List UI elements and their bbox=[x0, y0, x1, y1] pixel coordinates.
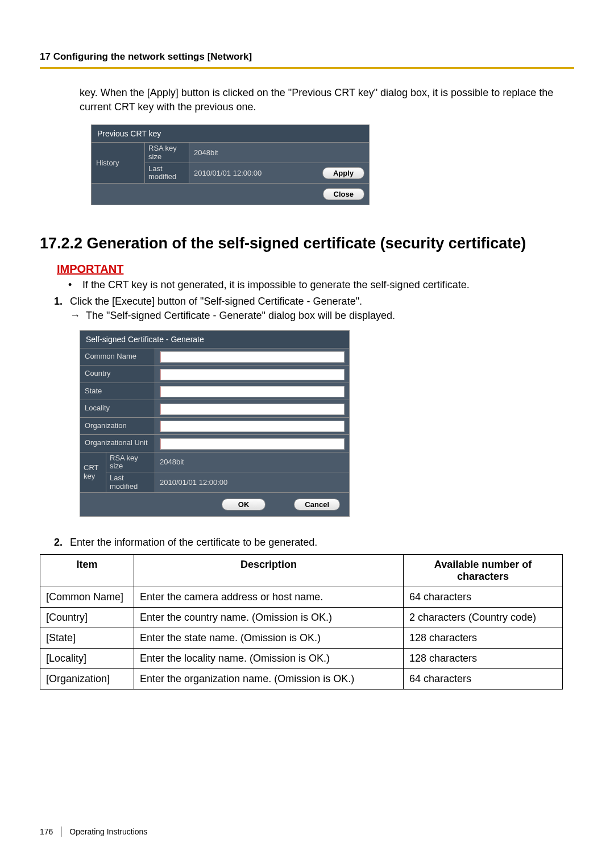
step2-text: Enter the information of the certificate… bbox=[70, 537, 317, 549]
rsa-key-size-label: RSA key size bbox=[145, 143, 189, 163]
table-cell: Enter the locality name. (Omission is OK… bbox=[134, 648, 404, 668]
org-unit-label: Organizational Unit bbox=[80, 435, 155, 452]
table-header-description: Description bbox=[134, 554, 404, 587]
table-cell: Enter the organization name. (Omission i… bbox=[134, 668, 404, 689]
organization-label: Organization bbox=[80, 418, 155, 435]
table-header-chars: Available number of characters bbox=[404, 554, 563, 587]
table-cell: [Organization] bbox=[40, 668, 134, 689]
previous-crt-dialog: Previous CRT key History RSA key size 20… bbox=[91, 124, 370, 205]
last-modified-label: Last modified bbox=[106, 472, 155, 492]
last-modified-label: Last modified bbox=[145, 163, 189, 183]
table-cell: 64 characters bbox=[404, 587, 563, 607]
cancel-button[interactable]: Cancel bbox=[294, 499, 340, 510]
step-number: 2. bbox=[54, 537, 70, 549]
table-cell: 64 characters bbox=[404, 668, 563, 689]
important-label: IMPORTANT bbox=[57, 263, 574, 276]
table-row: [Locality]Enter the locality name. (Omis… bbox=[40, 648, 563, 668]
step-number: 1. bbox=[54, 296, 70, 308]
table-cell: Enter the camera address or host name. bbox=[134, 587, 404, 607]
table-row: [State]Enter the state name. (Omission i… bbox=[40, 628, 563, 648]
table-cell: [Common Name] bbox=[40, 587, 134, 607]
dialog-title: Previous CRT key bbox=[92, 125, 369, 142]
cert-spec-table: Item Description Available number of cha… bbox=[40, 554, 563, 690]
ok-button[interactable]: OK bbox=[222, 499, 266, 510]
page-header: 17 Configuring the network settings [Net… bbox=[40, 51, 574, 67]
last-modified-value: 2010/01/01 12:00:00 bbox=[194, 169, 322, 177]
table-cell: Enter the country name. (Omission is OK.… bbox=[134, 607, 404, 628]
table-header-item: Item bbox=[40, 554, 134, 587]
state-input[interactable] bbox=[160, 386, 345, 397]
bullet-icon: • bbox=[68, 279, 82, 291]
locality-label: Locality bbox=[80, 400, 155, 417]
rsa-key-size-value: 2048bit bbox=[155, 452, 349, 472]
country-input[interactable] bbox=[160, 369, 345, 380]
self-signed-cert-dialog: Self-signed Certificate - Generate Commo… bbox=[80, 330, 350, 517]
table-cell: Enter the state name. (Omission is OK.) bbox=[134, 628, 404, 648]
table-row: [Organization]Enter the organization nam… bbox=[40, 668, 563, 689]
locality-input[interactable] bbox=[160, 404, 345, 415]
header-divider bbox=[40, 67, 574, 69]
step1-text: Click the [Execute] button of "Self-sign… bbox=[70, 296, 362, 308]
apply-button[interactable]: Apply bbox=[322, 167, 364, 179]
state-label: State bbox=[80, 383, 155, 400]
table-cell: 128 characters bbox=[404, 648, 563, 668]
table-cell: 2 characters (Country code) bbox=[404, 607, 563, 628]
intro-paragraph: key. When the [Apply] button is clicked … bbox=[80, 86, 574, 114]
important-bullet-text: If the CRT key is not generated, it is i… bbox=[82, 279, 470, 291]
table-row: [Country]Enter the country name. (Omissi… bbox=[40, 607, 563, 628]
history-label: History bbox=[92, 143, 145, 182]
table-cell: [Locality] bbox=[40, 648, 134, 668]
table-row: [Common Name]Enter the camera address or… bbox=[40, 587, 563, 607]
table-cell: [State] bbox=[40, 628, 134, 648]
arrow-icon: → bbox=[70, 310, 86, 322]
step1-result-text: The "Self-signed Certificate - Generate"… bbox=[86, 310, 395, 322]
crt-key-label: CRT key bbox=[80, 452, 106, 492]
organization-input[interactable] bbox=[160, 421, 345, 432]
rsa-key-size-value: 2048bit bbox=[189, 143, 369, 163]
country-label: Country bbox=[80, 366, 155, 383]
rsa-key-size-label: RSA key size bbox=[106, 452, 155, 472]
common-name-label: Common Name bbox=[80, 348, 155, 366]
section-heading: 17.2.2 Generation of the self-signed cer… bbox=[40, 234, 574, 254]
table-cell: [Country] bbox=[40, 607, 134, 628]
common-name-input[interactable] bbox=[160, 351, 345, 363]
table-cell: 128 characters bbox=[404, 628, 563, 648]
org-unit-input[interactable] bbox=[160, 438, 345, 450]
close-button[interactable]: Close bbox=[323, 188, 364, 200]
dialog-title: Self-signed Certificate - Generate bbox=[80, 331, 349, 348]
last-modified-value: 2010/01/01 12:00:00 bbox=[155, 472, 349, 492]
